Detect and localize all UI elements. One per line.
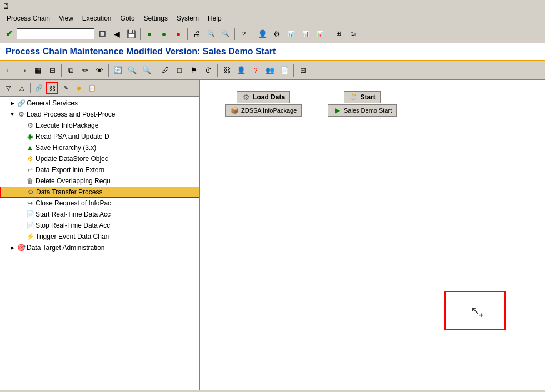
toolbar-sep-5 [329,28,329,40]
icon-delete-overlapping: 🗑 [26,177,34,185]
start-bottom-box[interactable]: ▶ Sales Demo Start [328,104,397,117]
right-panel[interactable]: ⚙ Load Data 📦 ZDSSA InfoPackage ⏱ Start … [200,80,545,390]
expander-data-transfer [18,189,25,195]
expand-all-button[interactable]: △ [16,82,28,94]
square-button[interactable]: □ [173,64,186,77]
layout2-button[interactable]: ⊞ [296,64,309,77]
person2-button[interactable]: 👤 [234,64,248,77]
nav-stop-button[interactable]: ● [172,27,185,41]
pencil-button[interactable]: ✎ [59,82,72,94]
nav-forward-button[interactable]: ● [157,27,171,41]
find-button[interactable]: 🔍 [204,27,218,41]
forward2-button[interactable]: → [17,64,30,77]
load-data-bottom-box[interactable]: 📦 ZDSSA InfoPackage [225,104,302,117]
help2-button[interactable]: ? [249,64,262,77]
cursor-plus-icon: + [479,311,483,319]
menu-system[interactable]: System [172,13,203,23]
sec-sep-3 [156,64,156,77]
load-data-box[interactable]: ⚙ Load Data [237,91,290,103]
tree-item-load-process[interactable]: ▼ ⚙ Load Process and Post-Proce [0,109,199,120]
flag-button[interactable]: ⚑ [187,64,201,77]
icon-load-process: ⚙ [17,110,26,119]
tree-item-data-transfer[interactable]: ⚙ Data Transfer Process [0,187,199,198]
back-button[interactable]: ◀ [110,27,123,41]
start-box[interactable]: ⏱ Start [344,91,380,103]
tree-item-read-psa[interactable]: ◉ Read PSA and Update D [0,131,199,142]
menu-view[interactable]: View [54,13,78,23]
icon-execute-infopackage: ⚙ [26,121,34,130]
label-close-request: Close Request of InfoPac [36,199,111,207]
secondary-toolbar: ← → ▦ ⊟ ⧉ ✏ 👁 🔄 🔍 🔍 🖊 □ ⚑ ⏱ ⛓ 👤 ? 👥 📄 ⊞ [0,61,545,80]
highlighted-button[interactable]: ⛓ [46,82,58,94]
load-data-bottom-icon: 📦 [230,106,239,115]
drop-target-box[interactable]: ↖ + [444,291,506,330]
view-button[interactable]: 👁 [93,64,106,77]
config-button[interactable]: ⚙ [270,27,283,41]
cursor-symbol: ↖ + [471,304,480,317]
more3-button[interactable]: 📊 [313,27,327,41]
tree: ▶ 🔗 General Services ▼ ⚙ Load Process an… [0,97,199,388]
tree-item-data-target-admin[interactable]: ▶ 🎯 Data Target Administration [0,242,199,253]
tree-item-close-request[interactable]: ↪ Close Request of InfoPac [0,198,199,209]
tree-item-save-hierarchy[interactable]: ▲ Save Hierarchy (3.x) [0,142,199,153]
back2-button[interactable]: ← [2,64,16,77]
link-button[interactable]: 🔗 [33,82,45,94]
menu-process-chain[interactable]: Process Chain [2,13,54,23]
grid2-button[interactable]: ▦ [31,64,44,77]
save-button[interactable]: 💾 [124,27,138,41]
copy-button[interactable]: ⧉ [64,64,77,77]
expander-general-services[interactable]: ▶ [9,100,16,107]
layout-button[interactable]: ⊟ [46,64,59,77]
tree-item-start-realtime[interactable]: 📄 Start Real-Time Data Acc [0,209,199,220]
label-start-realtime: Start Real-Time Data Acc [36,210,111,218]
print-button[interactable]: 🖨 [190,27,203,41]
menu-settings[interactable]: Settings [139,13,172,23]
refresh-button[interactable]: 🔄 [111,64,124,77]
more2-button[interactable]: 📊 [299,27,312,41]
menu-goto[interactable]: Goto [116,13,139,23]
label-read-psa: Read PSA and Update D [36,133,109,140]
zoom-in-button[interactable]: 🔍 [126,64,139,77]
command-input[interactable] [17,28,94,39]
tree-item-execute-infopackage[interactable]: ⚙ Execute InfoPackage [0,120,199,131]
tree-item-general-services[interactable]: ▶ 🔗 General Services [0,98,199,109]
pen-button[interactable]: 🖊 [158,64,172,77]
confirm-button[interactable]: ✔ [2,27,16,41]
tree-item-delete-overlapping[interactable]: 🗑 Delete Overlapping Requ [0,175,199,187]
expander-data-target-admin[interactable]: ▶ [9,244,16,251]
input-icon-button[interactable]: 🔲 [96,27,109,41]
page-title-bar: Process Chain Maintenance Modified Versi… [0,43,545,61]
menu-execution[interactable]: Execution [78,13,116,23]
zoom-out-button[interactable]: 🔍 [140,64,153,77]
clock-button[interactable]: ⏱ [202,64,215,77]
grid-button[interactable]: ⊞ [332,27,345,41]
page-title: Process Chain Maintenance Modified Versi… [6,47,539,57]
label-execute-infopackage: Execute InfoPackage [36,122,98,129]
person-button[interactable]: 👤 [256,27,269,41]
edit-button[interactable]: ✏ [78,64,92,77]
left-sep-1 [30,83,31,93]
tree-item-stop-realtime[interactable]: 📄 Stop Real-Time Data Acc [0,220,199,231]
person3-button[interactable]: 👥 [263,64,277,77]
process-node-start[interactable]: ⏱ Start ▶ Sales Demo Start [328,91,397,117]
menu-help[interactable]: Help [203,13,226,23]
tree-item-data-export[interactable]: ↩ Data Export into Extern [0,164,199,175]
doc2-button[interactable]: 📋 [86,82,98,94]
end-button[interactable]: 🗂 [346,27,359,41]
collapse-all-button[interactable]: ▽ [2,82,14,94]
left-toolbar: ▽ △ 🔗 ⛓ ✎ ◆ 📋 [0,80,199,97]
more1-button[interactable]: 📊 [284,27,298,41]
menu-bar: Process Chain View Execution Goto Settin… [0,12,545,24]
nav-back-button[interactable]: ● [143,27,156,41]
process-node-load-data[interactable]: ⚙ Load Data 📦 ZDSSA InfoPackage [225,91,302,117]
find2-button[interactable]: 🔍 [219,27,232,41]
help-button[interactable]: ? [237,27,251,41]
icon-start-realtime: 📄 [26,210,34,219]
doc-button[interactable]: 📄 [278,64,291,77]
expander-load-process[interactable]: ▼ [9,111,16,118]
tree-item-update-datastore[interactable]: ⚙ Update DataStore Objec [0,153,199,164]
left-panel: ▽ △ 🔗 ⛓ ✎ ◆ 📋 ▶ 🔗 General Services ▼ ⚙ L… [0,80,200,390]
chain-button[interactable]: ⛓ [220,64,233,77]
tree-item-trigger-event[interactable]: ⚡ Trigger Event Data Chan [0,231,199,242]
diamond-button[interactable]: ◆ [73,82,85,94]
